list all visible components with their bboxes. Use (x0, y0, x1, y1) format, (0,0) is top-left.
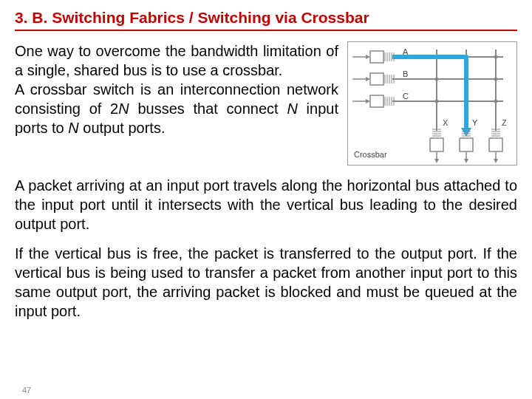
paragraph-3: If the vertical bus is free, the packet … (15, 244, 517, 321)
out-label-z: Z (502, 118, 507, 127)
svg-point-12 (435, 100, 439, 103)
para1-end: output ports. (79, 120, 166, 136)
svg-point-9 (435, 78, 439, 81)
var-n2: N (287, 100, 297, 117)
svg-marker-60 (494, 159, 498, 163)
paragraph-2: A packet arriving at an input port trave… (15, 176, 517, 233)
var-n3: N (68, 120, 78, 136)
svg-marker-56 (434, 159, 439, 163)
svg-point-14 (494, 100, 498, 103)
diagram-caption: Crossbar (354, 150, 387, 159)
crossbar-svg: A B C (348, 42, 516, 165)
svg-rect-52 (430, 138, 443, 151)
svg-rect-18 (370, 95, 383, 107)
svg-rect-54 (489, 138, 502, 151)
in-label-c: C (403, 92, 409, 100)
out-label-y: Y (472, 118, 478, 127)
section-title: 3. B. Switching Fabrics / Switching via … (15, 9, 517, 31)
intro-row: One way to overcome the bandwidth limita… (15, 41, 517, 166)
var-n1: N (118, 100, 129, 117)
svg-rect-17 (370, 73, 383, 85)
svg-rect-16 (370, 51, 383, 63)
para1-sentence1: One way to overcome the bandwidth limita… (15, 43, 338, 78)
in-label-a: A (403, 47, 409, 56)
page-number: 47 (22, 386, 31, 395)
slide-page: 3. B. Switching Fabrics / Switching via … (0, 0, 532, 399)
svg-point-8 (494, 55, 498, 59)
svg-marker-24 (366, 99, 370, 103)
svg-marker-20 (366, 55, 370, 59)
svg-point-11 (494, 78, 498, 81)
svg-marker-22 (366, 77, 370, 81)
in-label-b: B (403, 69, 408, 78)
intro-paragraph: One way to overcome the bandwidth limita… (15, 41, 338, 166)
crossbar-diagram: A B C (347, 41, 517, 166)
para1-mid: busses that connect (129, 100, 287, 117)
svg-marker-58 (464, 159, 468, 163)
out-label-x: X (443, 118, 449, 127)
svg-rect-53 (460, 138, 473, 151)
